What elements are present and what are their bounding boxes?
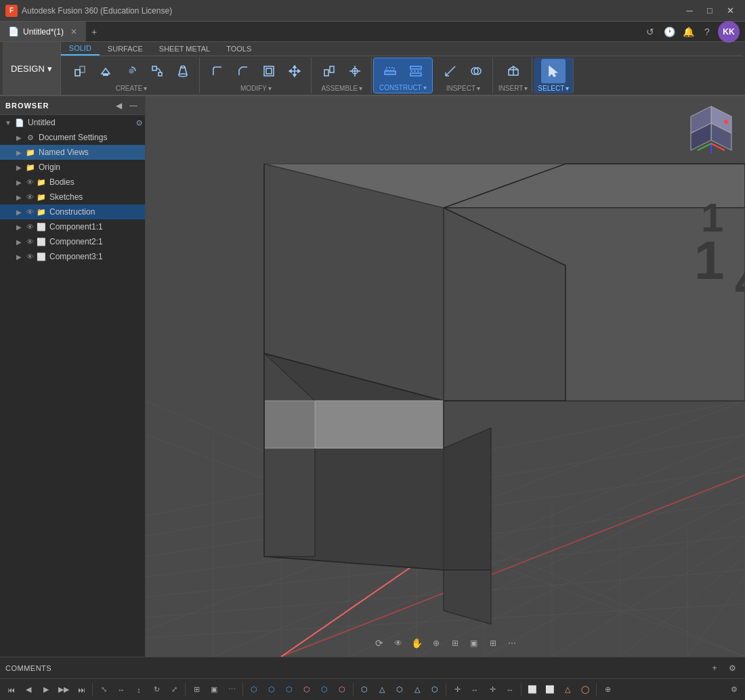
expand-arrow-sketches[interactable]: ▶ [14, 192, 24, 202]
orange-tool-2[interactable]: ⬜ [542, 682, 558, 698]
chamfer-button[interactable] [231, 59, 255, 83]
grid-icon[interactable]: ⊞ [485, 635, 501, 651]
eye-comp3-icon[interactable]: 👁 [24, 251, 35, 262]
playback-next-button[interactable]: ▶▶ [56, 682, 72, 698]
add-tab-button[interactable]: + [86, 22, 102, 41]
viewport[interactable]: 1 4 1 3 [146, 96, 745, 657]
minimize-button[interactable]: ─ [680, 3, 699, 18]
help-icon[interactable]: ? [699, 24, 715, 40]
orange-tool-1[interactable]: ⬜ [524, 682, 540, 698]
measure-button[interactable] [438, 59, 463, 83]
bottom-settings-button[interactable]: ⚙ [726, 682, 742, 698]
playback-end-button[interactable]: ⏭ [73, 682, 89, 698]
eye-bodies-icon[interactable]: 👁 [24, 177, 35, 188]
expand-arrow-comp1[interactable]: ▶ [14, 221, 24, 232]
fillet-button[interactable] [205, 59, 230, 83]
offset-plane-button[interactable] [378, 59, 402, 83]
tree-item-untitled[interactable]: ▼ 📄 Untitled ⊙ [0, 115, 145, 130]
align-v-button[interactable]: ↕ [131, 682, 147, 698]
eye-comp2-icon[interactable]: 👁 [24, 236, 35, 247]
orange-tool-3[interactable]: △ [559, 682, 576, 698]
align-h-button[interactable]: ↔ [113, 682, 129, 698]
scale-button[interactable]: ⤢ [166, 682, 182, 698]
move-tool-button[interactable]: ⤡ [95, 682, 112, 698]
extrude-button[interactable] [93, 59, 118, 83]
tree-item-document-settings[interactable]: ▶ ⚙ Document Settings [0, 130, 145, 145]
midplane-button[interactable] [404, 59, 428, 83]
tree-item-construction[interactable]: ▶ 👁 📁 Construction [0, 204, 145, 219]
history-icon[interactable]: 🕐 [661, 24, 677, 40]
3d-scene[interactable]: 1 4 1 3 [146, 96, 745, 657]
tab-surface[interactable]: SURFACE [100, 42, 151, 56]
tree-item-component2[interactable]: ▶ 👁 ⬜ Component2:1 [0, 234, 145, 249]
tree-item-origin[interactable]: ▶ 📁 Origin [0, 160, 145, 175]
new-component-button[interactable] [68, 59, 92, 83]
sweep-button[interactable] [145, 59, 169, 83]
settings-icon[interactable]: ⚙ [725, 661, 740, 676]
shape-tool-2[interactable]: △ [374, 682, 390, 698]
transform-tool-1[interactable]: ✛ [449, 682, 465, 698]
tree-item-sketches[interactable]: ▶ 👁 📁 Sketches [0, 190, 145, 204]
more-button[interactable]: ⊕ [599, 682, 616, 698]
transform-tool-2[interactable]: ↔ [467, 682, 483, 698]
tree-item-component1[interactable]: ▶ 👁 ⬜ Component1:1 [0, 219, 145, 234]
pink-tool-1[interactable]: ⬡ [299, 682, 315, 698]
maximize-button[interactable]: □ [700, 3, 719, 18]
transform-tool-3[interactable]: ✛ [484, 682, 501, 698]
expand-arrow-named-views[interactable]: ▶ [14, 147, 24, 158]
expand-arrow-construction[interactable]: ▶ [14, 206, 24, 217]
expand-arrow-comp2[interactable]: ▶ [14, 236, 24, 247]
eye-construction-icon[interactable]: 👁 [24, 206, 35, 217]
snap-button[interactable]: ▣ [206, 682, 222, 698]
expand-arrow-doc-settings[interactable]: ▶ [14, 132, 24, 143]
joint-button[interactable] [317, 59, 341, 83]
shell-button[interactable] [257, 59, 281, 83]
more-tools-button[interactable]: ⋯ [224, 682, 240, 698]
move-button[interactable] [282, 59, 307, 83]
close-button[interactable]: ✕ [721, 3, 740, 18]
browser-pin-icon[interactable]: — [127, 100, 140, 112]
playback-prev-button[interactable]: ◀ [20, 682, 37, 698]
loft-button[interactable] [171, 59, 195, 83]
shape-tool-3[interactable]: ⬡ [391, 682, 408, 698]
visibility-circle-icon[interactable]: ⊙ [133, 116, 145, 129]
orange-tool-4[interactable]: ◯ [577, 682, 593, 698]
nav-cube[interactable] [684, 103, 738, 157]
expand-arrow-comp3[interactable]: ▶ [14, 251, 24, 262]
tab-sheet-metal[interactable]: SHEET METAL [151, 42, 218, 56]
shape-tool-4[interactable]: △ [409, 682, 425, 698]
blue-tool-3[interactable]: ⬡ [281, 682, 297, 698]
design-button[interactable]: DESIGN ▾ [3, 42, 61, 95]
blue-tool-2[interactable]: ⬡ [263, 682, 280, 698]
revolve-button[interactable] [119, 59, 144, 83]
tab-solid[interactable]: SOLID [61, 42, 100, 56]
pan-icon[interactable]: ✋ [409, 635, 425, 651]
tree-item-named-views[interactable]: ▶ 📁 Named Views [0, 145, 145, 160]
eye-comp1-icon[interactable]: 👁 [24, 221, 35, 232]
eye-sketches-icon[interactable]: 👁 [24, 192, 35, 202]
insert-mesh-button[interactable] [501, 59, 526, 83]
blue-tool-4[interactable]: ⬡ [316, 682, 333, 698]
user-avatar[interactable]: KK [718, 21, 740, 43]
playback-play-button[interactable]: ▶ [38, 682, 54, 698]
shape-tool-5[interactable]: ⬡ [427, 682, 443, 698]
grid-snap-icon[interactable]: ⋯ [504, 635, 520, 651]
fit-icon[interactable]: ⊞ [447, 635, 463, 651]
playback-start-button[interactable]: ⏮ [3, 682, 19, 698]
expand-arrow-bodies[interactable]: ▶ [14, 177, 24, 188]
browser-collapse-icon[interactable]: ◀ [112, 100, 125, 112]
expand-arrow-untitled[interactable]: ▼ [3, 117, 14, 128]
grid-button[interactable]: ⊞ [188, 682, 205, 698]
tree-item-component3[interactable]: ▶ 👁 ⬜ Component3:1 [0, 249, 145, 264]
joint-origin-button[interactable] [343, 59, 367, 83]
interference-button[interactable] [464, 59, 488, 83]
orbit-icon[interactable]: ⟳ [371, 635, 387, 651]
tree-item-bodies[interactable]: ▶ 👁 📁 Bodies [0, 175, 145, 190]
tab-untitled[interactable]: 📄 Untitled*(1) ✕ [0, 22, 86, 41]
refresh-icon[interactable]: ↺ [642, 24, 658, 40]
zoom-in-icon[interactable]: ⊕ [428, 635, 444, 651]
tab-tools[interactable]: TOOLS [218, 42, 259, 56]
look-at-icon[interactable]: 👁 [390, 635, 406, 651]
tab-close-icon[interactable]: ✕ [70, 27, 77, 37]
display-mode-icon[interactable]: ▣ [466, 635, 482, 651]
